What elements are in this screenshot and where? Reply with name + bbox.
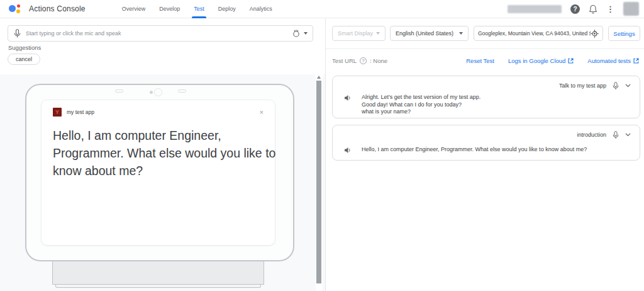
mic-icon[interactable] <box>613 82 619 90</box>
surface-select[interactable]: Smart Display <box>332 26 386 41</box>
app-icon: Y <box>53 108 62 117</box>
reset-test-link[interactable]: Reset Test <box>466 57 494 64</box>
language-select[interactable]: English (United States) <box>390 26 469 41</box>
scrollbar-thumb[interactable] <box>316 81 321 283</box>
user-query-text: introduction <box>577 132 606 138</box>
overflow-menu-icon[interactable]: ⋮ <box>606 4 614 14</box>
smart-display-device: Y my test app × Hello, I am computer Eng… <box>25 84 294 261</box>
chevron-down-icon[interactable] <box>625 133 631 137</box>
test-toolbar: Smart Display English (United States) Go… <box>326 26 644 41</box>
avatar[interactable] <box>623 2 639 16</box>
surface-select-value: Smart Display <box>338 30 373 37</box>
tab-overview[interactable]: Overview <box>115 0 153 18</box>
scrollbar[interactable] <box>316 74 323 291</box>
input-modality-icon[interactable] <box>292 29 301 38</box>
test-url-bar: Test URL ? : None Reset Test Logs in Goo… <box>332 56 639 65</box>
simulator-input[interactable] <box>26 30 292 37</box>
main-nav: Overview Develop Test Deploy Analytics <box>115 0 279 18</box>
language-select-value: English (United States) <box>396 30 453 37</box>
help-icon[interactable]: ? <box>570 4 580 14</box>
mic-icon[interactable] <box>14 29 21 38</box>
mic-icon[interactable] <box>613 131 619 139</box>
notifications-bell-icon[interactable] <box>589 4 597 14</box>
bezel-sensor-icon <box>115 89 123 93</box>
test-url-value: : None <box>370 57 387 64</box>
device-base-lip <box>55 285 261 288</box>
app-title: Actions Console <box>29 4 86 13</box>
tab-deploy[interactable]: Deploy <box>211 0 243 18</box>
location-target-icon[interactable] <box>591 30 599 38</box>
location-value: Googleplex, Mountain View, CA 94043, Uni… <box>478 30 591 37</box>
assistant-response-text: Hello, I am computer Engineer, Programme… <box>53 127 276 180</box>
tab-test[interactable]: Test <box>187 0 211 18</box>
scrollbar-up-arrow-icon[interactable] <box>317 76 321 79</box>
speaker-icon[interactable] <box>344 94 352 101</box>
bezel-dot-icon <box>150 91 153 94</box>
chevron-down-icon[interactable] <box>625 84 631 88</box>
help-circle-icon[interactable]: ? <box>360 57 367 64</box>
suggestions-label: Suggestions <box>8 44 41 51</box>
close-icon[interactable]: × <box>260 109 264 115</box>
toolbar-divider <box>326 48 644 49</box>
reset-test-label: Reset Test <box>466 57 494 64</box>
user-query-text: Talk to my test app <box>559 83 606 89</box>
test-panel: Smart Display English (United States) Go… <box>326 18 644 291</box>
chevron-down-icon <box>459 32 463 35</box>
modality-dropdown-caret-icon[interactable] <box>304 32 308 35</box>
settings-button[interactable]: Settings <box>608 26 640 41</box>
simulator-panel: Suggestions cancel Y my test app × Hello… <box>0 18 326 291</box>
logs-in-google-cloud-link[interactable]: Logs in Google Cloud <box>508 57 574 64</box>
conversation-card: introduction Hello, I am computer Engine… <box>332 125 640 161</box>
top-app-bar: Actions Console Overview Develop Test De… <box>0 0 644 18</box>
assistant-logo-icon <box>9 3 21 15</box>
tab-develop[interactable]: Develop <box>152 0 187 18</box>
simulator-query-box[interactable] <box>8 25 313 42</box>
external-link-icon <box>568 58 574 64</box>
conversation-card: Talk to my test app Alright. Let's get t… <box>332 76 640 118</box>
automated-tests-link[interactable]: Automated tests <box>587 57 639 64</box>
suggestion-chip-cancel[interactable]: cancel <box>8 54 40 65</box>
bezel-camera-icon <box>154 88 162 96</box>
assistant-response-text: Hello, I am computer Engineer, Programme… <box>362 146 587 154</box>
device-base <box>52 261 264 285</box>
device-screen: Y my test app × Hello, I am computer Eng… <box>41 100 275 246</box>
app-name: my test app <box>67 109 94 115</box>
tab-analytics[interactable]: Analytics <box>243 0 279 18</box>
external-link-icon <box>633 58 639 64</box>
account-name-redacted <box>508 5 562 13</box>
bezel-sensor-icon <box>178 89 186 93</box>
automated-tests-label: Automated tests <box>587 57 631 64</box>
speaker-icon[interactable] <box>344 147 352 154</box>
location-field[interactable]: Googleplex, Mountain View, CA 94043, Uni… <box>474 26 603 41</box>
logs-link-label: Logs in Google Cloud <box>508 57 565 64</box>
assistant-response-text: Alright. Let's get the test version of m… <box>362 94 480 116</box>
chevron-down-icon <box>376 32 380 35</box>
test-url-label: Test URL <box>332 57 357 64</box>
